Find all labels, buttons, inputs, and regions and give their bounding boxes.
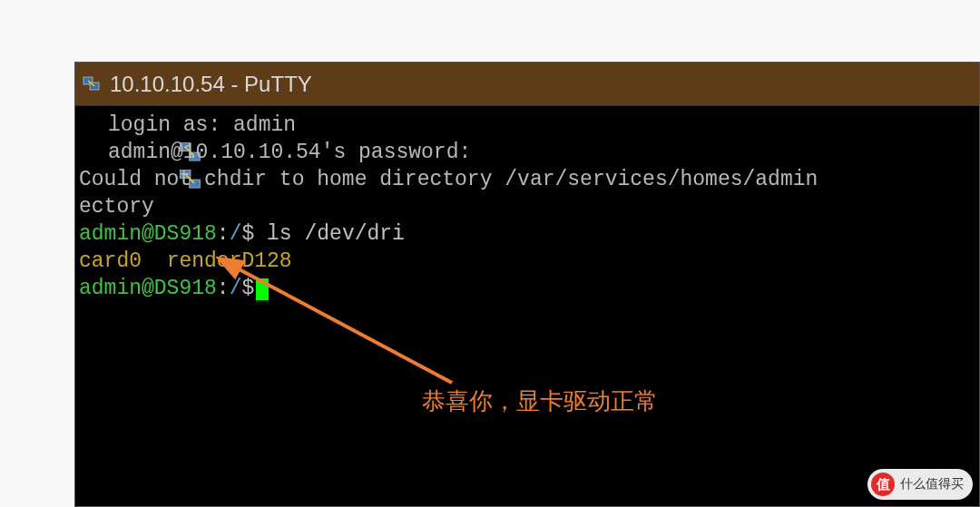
ls-output-item: renderD128 <box>167 249 292 273</box>
prompt-symbol: $ <box>241 222 254 246</box>
annotation-label: 恭喜你，显卡驱动正常 <box>422 387 658 414</box>
putty-window: 10.10.10.54 - PuTTY login as: admin <box>74 62 980 507</box>
command-text: ls /dev/dri <box>254 222 405 246</box>
terminal-line: login as: admin <box>79 112 975 139</box>
watermark-text: 什么值得买 <box>900 476 964 492</box>
putty-icon <box>83 75 101 93</box>
terminal-line: admin@DS918:/$ ls /dev/dri <box>79 220 975 248</box>
prompt-sep: : <box>217 222 230 246</box>
error-text-cont: ectory <box>79 195 154 219</box>
prompt-path: / <box>230 277 242 300</box>
terminal-line: Could not chdir to home directory /var/s… <box>79 166 975 193</box>
prompt-userhost: admin@DS918 <box>79 222 217 246</box>
terminal-line: card0 renderD128 <box>79 248 975 275</box>
watermark-badge: 值 <box>871 473 895 496</box>
output-spacer <box>142 249 167 273</box>
terminal-cursor <box>256 278 269 300</box>
ls-output-item: card0 <box>79 249 142 273</box>
prompt-sep: : <box>217 277 230 300</box>
terminal-line: admin@DS918:/$ <box>79 275 975 302</box>
login-prompt-text: login as: admin <box>108 112 296 139</box>
window-title: 10.10.10.54 - PuTTY <box>110 72 312 97</box>
prompt-symbol: $ <box>241 277 254 300</box>
prompt-userhost: admin@DS918 <box>79 277 217 300</box>
titlebar[interactable]: 10.10.10.54 - PuTTY <box>75 63 979 106</box>
prompt-path: / <box>230 222 242 246</box>
terminal-line: admin@10.10.10.54's password: <box>79 139 975 166</box>
watermark: 值 什么值得买 <box>867 469 973 500</box>
terminal-line: ectory <box>79 193 975 220</box>
password-prompt-text: admin@10.10.10.54's password: <box>108 139 471 166</box>
network-icon <box>79 113 103 137</box>
network-icon <box>79 141 103 164</box>
terminal-body[interactable]: login as: admin admin@10.10.10.54's pass… <box>75 106 979 307</box>
error-text: Could not chdir to home directory /var/s… <box>79 168 818 191</box>
